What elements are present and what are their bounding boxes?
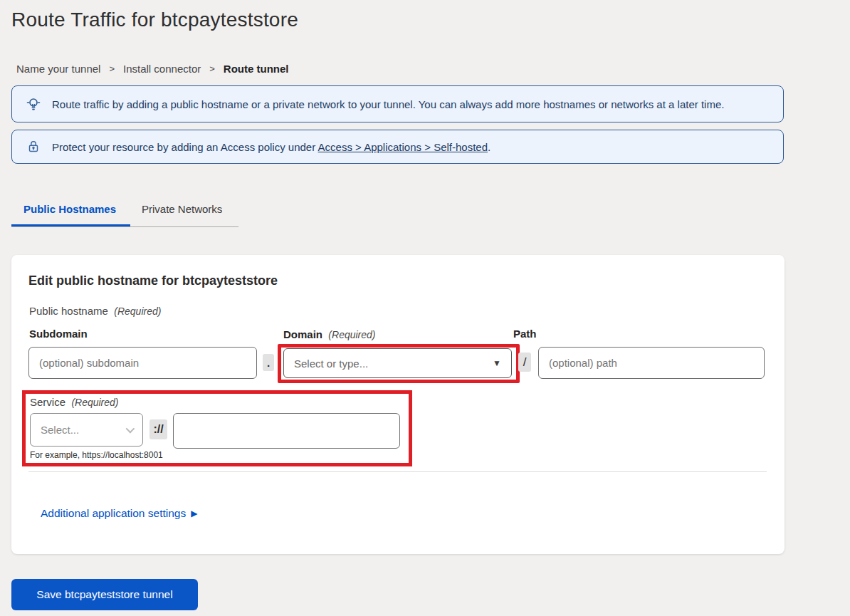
dot-separator: .	[263, 354, 274, 371]
service-url-input[interactable]	[173, 413, 400, 449]
path-label: Path	[513, 328, 537, 340]
chevron-down-icon	[126, 424, 135, 434]
tab-private-networks[interactable]: Private Networks	[142, 203, 222, 215]
lock-icon	[25, 138, 42, 155]
scheme-separator: ://	[149, 419, 167, 439]
breadcrumb-separator: >	[209, 63, 215, 74]
section-divider	[28, 471, 767, 472]
public-hostname-label: Public hostname (Required)	[29, 305, 161, 317]
access-banner-text: Protect your resource by adding an Acces…	[52, 141, 490, 153]
service-example-text: For example, https://localhost:8001	[30, 450, 163, 460]
breadcrumb-item-name-your-tunnel[interactable]: Name your tunnel	[16, 63, 100, 75]
service-label: Service (Required)	[30, 396, 119, 408]
subdomain-label: Subdomain	[29, 328, 88, 340]
breadcrumb-separator: >	[109, 63, 115, 74]
access-banner: Protect your resource by adding an Acces…	[11, 130, 784, 164]
domain-required: (Required)	[328, 329, 375, 340]
service-select[interactable]: Select...	[30, 413, 143, 447]
lightbulb-icon	[25, 95, 42, 113]
domain-label: Domain (Required)	[283, 328, 376, 340]
domain-select[interactable]: Select or type... ▼	[283, 348, 512, 378]
chevron-right-icon: ▶	[191, 508, 197, 518]
breadcrumb-item-install-connector[interactable]: Install connector	[123, 63, 201, 75]
additional-settings-link[interactable]: Additional application settings ▶	[41, 507, 197, 520]
breadcrumb: Name your tunnel > Install connector > R…	[16, 63, 288, 75]
breadcrumb-item-route-tunnel: Route tunnel	[224, 63, 289, 75]
caret-down-icon: ▼	[493, 358, 501, 368]
tab-public-hostnames[interactable]: Public Hostnames	[23, 203, 116, 215]
public-hostname-required: (Required)	[114, 306, 161, 317]
access-policy-link[interactable]: Access > Applications > Self-hosted	[318, 141, 488, 153]
domain-select-value: Select or type...	[294, 357, 368, 370]
info-banner-text: Route traffic by adding a public hostnam…	[52, 98, 724, 110]
tabs-baseline	[11, 226, 238, 227]
page-title: Route Traffic for btcpayteststore	[11, 9, 298, 31]
slash-separator: /	[518, 353, 531, 372]
info-banner: Route traffic by adding a public hostnam…	[11, 85, 784, 122]
save-tunnel-button[interactable]: Save btcpayteststore tunnel	[11, 579, 198, 610]
subdomain-input[interactable]	[28, 347, 257, 379]
path-input[interactable]	[538, 347, 765, 379]
card-heading: Edit public hostname for btcpayteststore	[28, 273, 278, 288]
service-select-value: Select...	[41, 424, 79, 436]
service-required: (Required)	[71, 397, 118, 408]
